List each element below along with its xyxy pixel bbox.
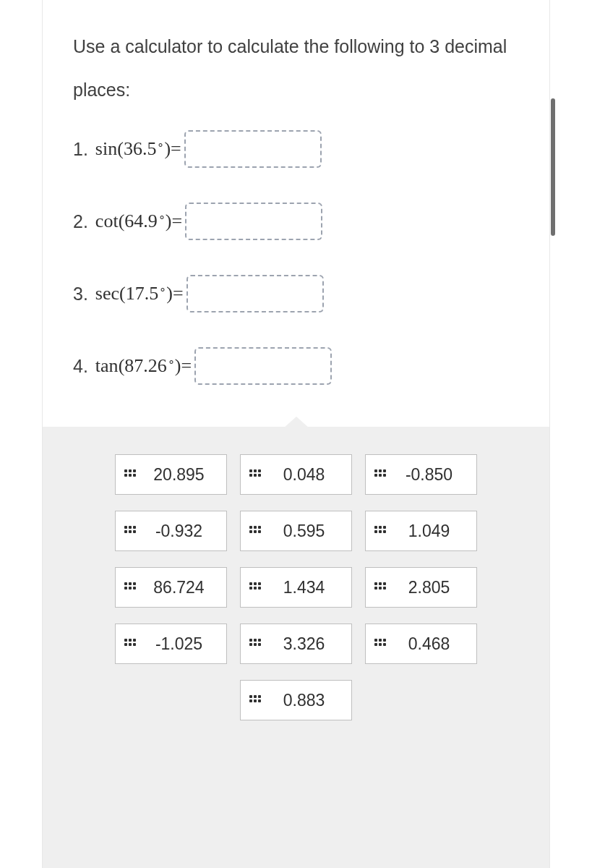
tile-value: 0.048	[283, 465, 325, 485]
answer-dropzone[interactable]	[184, 130, 322, 168]
question-expression: tan(87.26∘)=	[95, 355, 192, 377]
degree-symbol: ∘	[158, 211, 166, 224]
func-name: sec	[95, 283, 119, 304]
bank-pointer-icon	[283, 417, 309, 428]
question-row: 1. sin(36.5∘)=	[73, 130, 519, 168]
tile-value: 1.049	[408, 522, 450, 541]
answer-bank-grid: 20.895 0.048 -0.850 -0.932 0.595 1.049	[43, 454, 549, 720]
drag-handle-icon	[124, 526, 134, 536]
drag-handle-icon	[374, 469, 385, 480]
drag-handle-icon	[249, 526, 259, 536]
question-row: 4. tan(87.26∘)=	[73, 347, 519, 385]
instructions-text: Use a calculator to calculate the follow…	[43, 0, 549, 130]
drag-handle-icon	[249, 695, 259, 705]
func-name: tan	[95, 355, 119, 376]
tile-value: 2.805	[408, 578, 450, 597]
drag-handle-icon	[249, 639, 259, 649]
answer-tile[interactable]: 2.805	[365, 567, 477, 608]
drag-handle-icon	[124, 639, 134, 649]
func-name: cot	[95, 210, 119, 231]
question-expression: sin(36.5∘)=	[95, 138, 181, 160]
tile-value: -0.932	[155, 522, 202, 541]
answer-tile[interactable]: -1.025	[115, 624, 227, 664]
scrollbar-thumb[interactable]	[551, 98, 555, 236]
func-arg: 17.5	[126, 283, 159, 304]
degree-symbol: ∘	[157, 139, 164, 151]
tile-value: 20.895	[153, 465, 204, 485]
drag-handle-icon	[374, 526, 385, 536]
tile-value: 1.434	[283, 578, 325, 597]
tile-value: -0.850	[406, 465, 452, 485]
question-expression: cot(64.9∘)=	[95, 210, 182, 232]
tile-value: 0.883	[283, 691, 325, 710]
func-arg: 87.26	[124, 355, 167, 376]
answer-tile[interactable]: 0.595	[240, 511, 352, 551]
answer-tile[interactable]: 0.468	[365, 624, 477, 664]
question-row: 3. sec(17.5∘)=	[73, 275, 519, 312]
tile-value: 0.595	[283, 522, 325, 541]
answer-dropzone[interactable]	[186, 275, 324, 312]
answer-dropzone[interactable]	[194, 347, 332, 385]
question-number: 3.	[73, 284, 88, 305]
answer-tile[interactable]: -0.932	[115, 511, 227, 551]
answer-tile[interactable]: 1.049	[365, 511, 477, 551]
question-list: 1. sin(36.5∘)= 2. cot(64.9∘)= 3. sec(17.…	[43, 130, 549, 427]
worksheet-card: Use a calculator to calculate the follow…	[42, 0, 550, 868]
degree-symbol: ∘	[159, 284, 166, 296]
answer-tile[interactable]: 1.434	[240, 567, 352, 608]
answer-tile[interactable]: 86.724	[115, 567, 227, 608]
answer-dropzone[interactable]	[185, 203, 322, 240]
tile-value: 86.724	[153, 578, 204, 597]
tile-value: 0.468	[408, 634, 450, 654]
tile-value: 3.326	[283, 634, 325, 654]
func-arg: 64.9	[124, 210, 158, 231]
question-expression: sec(17.5∘)=	[95, 283, 184, 305]
answer-bank: 20.895 0.048 -0.850 -0.932 0.595 1.049	[43, 427, 549, 868]
answer-tile[interactable]: 20.895	[115, 454, 227, 495]
drag-handle-icon	[124, 469, 134, 480]
question-number: 2.	[73, 211, 88, 232]
question-row: 2. cot(64.9∘)=	[73, 203, 519, 240]
question-number: 1.	[73, 139, 88, 160]
func-arg: 36.5	[124, 138, 157, 159]
drag-handle-icon	[249, 469, 259, 480]
question-number: 4.	[73, 356, 88, 377]
answer-tile[interactable]: 0.048	[240, 454, 352, 495]
answer-tile[interactable]: 0.883	[240, 680, 352, 720]
drag-handle-icon	[374, 582, 385, 592]
tile-value: -1.025	[155, 634, 202, 654]
drag-handle-icon	[124, 582, 134, 592]
drag-handle-icon	[374, 639, 385, 649]
answer-tile[interactable]: 3.326	[240, 624, 352, 664]
drag-handle-icon	[249, 582, 259, 592]
answer-tile[interactable]: -0.850	[365, 454, 477, 495]
func-name: sin	[95, 138, 117, 159]
degree-symbol: ∘	[168, 356, 175, 368]
